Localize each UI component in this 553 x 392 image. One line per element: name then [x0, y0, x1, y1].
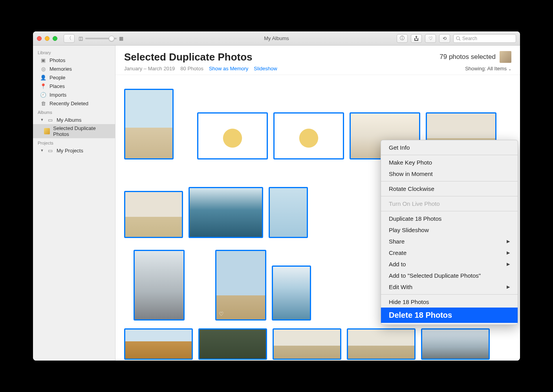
chevron-right-icon: ▶ — [507, 250, 510, 255]
titlebar: 〈 ◫ ▦ My Albums ⓘ ♡ ⟲ Search — [33, 31, 520, 46]
menu-rotate-clockwise[interactable]: Rotate Clockwise — [381, 183, 518, 194]
key-photo-thumb[interactable] — [500, 51, 511, 63]
photo-thumb[interactable] — [273, 112, 344, 159]
trash-icon: 🗑 — [40, 100, 46, 106]
menu-duplicate[interactable]: Duplicate 18 Photos — [381, 213, 518, 224]
photo-thumb[interactable] — [273, 328, 341, 360]
window-controls — [37, 36, 57, 41]
photo-count: 80 Photos — [180, 66, 203, 71]
photo-thumb[interactable] — [124, 89, 174, 159]
selection-count: 79 photos selected — [439, 51, 511, 63]
chevron-right-icon: ▶ — [507, 262, 510, 267]
sub-header: January – March 2019 80 Photos Show as M… — [115, 66, 520, 75]
menu-share[interactable]: Share▶ — [381, 236, 518, 247]
folder-icon: ▭ — [47, 117, 53, 123]
sidebar-section-library: Library — [33, 48, 115, 56]
menu-separator — [381, 181, 518, 181]
sidebar-item-selected-duplicates[interactable]: Selected Duplicate Photos — [33, 124, 115, 138]
menu-edit-with[interactable]: Edit With▶ — [381, 281, 518, 293]
minimize-icon[interactable] — [45, 36, 49, 41]
sidebar-item-imports[interactable]: 🕘 Imports — [33, 90, 115, 99]
date-range: January – March 2019 — [124, 66, 175, 71]
people-icon: 👤 — [40, 74, 46, 81]
app-window: 〈 ◫ ▦ My Albums ⓘ ♡ ⟲ Search Library — [33, 31, 520, 361]
chevron-down-icon[interactable]: ▼ — [40, 148, 44, 152]
album-icon — [44, 128, 50, 134]
share-icon — [414, 36, 419, 41]
menu-separator — [381, 294, 518, 295]
menu-turn-on-live-photo: Turn On Live Photo — [381, 198, 518, 209]
menu-add-to-album[interactable]: Add to "Selected Duplicate Photos" — [381, 270, 518, 281]
sidebar-item-my-projects[interactable]: ▼ ▭ My Projects — [33, 146, 115, 155]
sidebar-item-my-albums[interactable]: ▼ ▭ My Albums — [33, 115, 115, 124]
menu-delete-photos[interactable]: Delete 18 Photos — [381, 308, 518, 323]
photos-icon: ▣ — [40, 57, 46, 63]
clock-icon: 🕘 — [40, 92, 46, 98]
sidebar: Library ▣ Photos ◎ Memories 👤 People 📍 P… — [33, 46, 115, 361]
photo-thumb[interactable] — [272, 266, 311, 321]
svg-point-0 — [456, 37, 460, 40]
sidebar-item-places[interactable]: 📍 Places — [33, 82, 115, 90]
photo-thumb[interactable] — [134, 250, 185, 321]
menu-separator — [381, 196, 518, 196]
menu-make-key-photo[interactable]: Make Key Photo — [381, 157, 518, 168]
menu-add-to[interactable]: Add to▶ — [381, 258, 518, 270]
menu-separator — [381, 155, 518, 155]
show-as-memory-link[interactable]: Show as Memory — [209, 66, 248, 71]
sidebar-section-projects: Projects — [33, 138, 115, 146]
sidebar-item-recently-deleted[interactable]: 🗑 Recently Deleted — [33, 99, 115, 108]
memories-icon: ◎ — [40, 66, 46, 72]
folder-icon: ▭ — [47, 147, 53, 154]
menu-create[interactable]: Create▶ — [381, 247, 518, 258]
back-button[interactable]: 〈 — [64, 34, 75, 43]
sidebar-item-people[interactable]: 👤 People — [33, 73, 115, 82]
zoom-icon[interactable] — [53, 36, 57, 41]
slideshow-link[interactable]: Slideshow — [254, 66, 277, 71]
sidebar-toggle-icon[interactable]: ◫ — [79, 36, 83, 41]
rotate-button[interactable]: ⟲ — [439, 34, 450, 43]
menu-separator — [381, 211, 518, 211]
info-button[interactable]: ⓘ — [397, 34, 408, 43]
main-content: Selected Duplicate Photos 79 photos sele… — [115, 46, 520, 361]
page-title: Selected Duplicate Photos — [124, 51, 253, 63]
zoom-slider[interactable] — [85, 38, 117, 39]
favorite-icon: ♡ — [219, 311, 224, 317]
photo-thumb[interactable] — [189, 187, 263, 238]
photo-thumb[interactable]: ♡ — [215, 250, 266, 321]
menu-play-slideshow[interactable]: Play Slideshow — [381, 224, 518, 236]
photo-thumb[interactable] — [197, 112, 268, 159]
favorite-button[interactable]: ♡ — [425, 34, 436, 43]
sidebar-item-photos[interactable]: ▣ Photos — [33, 56, 115, 64]
photo-thumb[interactable] — [124, 191, 183, 238]
menu-show-in-moment[interactable]: Show in Moment — [381, 168, 518, 180]
menu-hide-photos[interactable]: Hide 18 Photos — [381, 296, 518, 308]
search-input[interactable]: Search — [453, 34, 516, 43]
chevron-down-icon: ⌄ — [508, 67, 511, 71]
photo-thumb[interactable] — [347, 328, 416, 360]
pin-icon: 📍 — [40, 83, 46, 89]
menu-get-info[interactable]: Get Info — [381, 142, 518, 153]
share-button[interactable] — [411, 34, 422, 43]
photo-thumb[interactable] — [269, 187, 308, 238]
sidebar-item-memories[interactable]: ◎ Memories — [33, 64, 115, 73]
chevron-right-icon: ▶ — [507, 239, 510, 244]
close-icon[interactable] — [37, 36, 42, 41]
photo-thumb[interactable] — [124, 328, 193, 360]
chevron-down-icon[interactable]: ▼ — [40, 118, 44, 122]
photo-thumb[interactable] — [421, 328, 490, 360]
chevron-right-icon: ▶ — [507, 284, 510, 289]
context-menu: Get Info Make Key Photo Show in Moment R… — [381, 140, 518, 325]
search-icon — [456, 36, 461, 41]
showing-filter[interactable]: Showing: All Items ⌄ — [465, 66, 511, 71]
sidebar-section-albums: Albums — [33, 108, 115, 115]
svg-line-1 — [459, 39, 460, 40]
grid-view-icon[interactable]: ▦ — [119, 36, 123, 41]
photo-thumb[interactable] — [198, 328, 267, 360]
